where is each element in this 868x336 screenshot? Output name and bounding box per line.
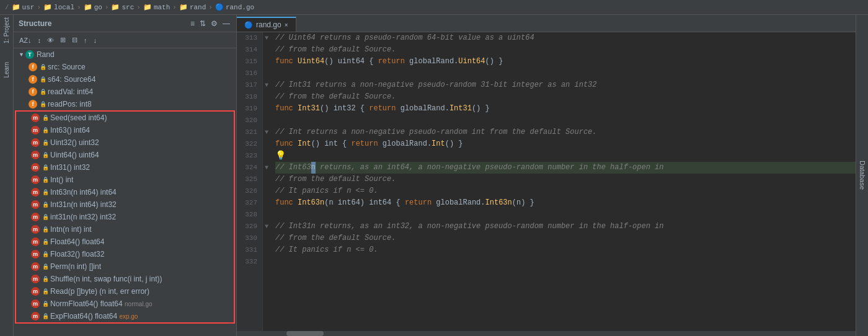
tab-bar: 🔵 rand.go × [237,15,856,32]
folder-icon-rand: 📁 [179,3,188,11]
line-num-322: 322 [237,138,262,150]
fold-313[interactable]: ▼ [263,32,270,44]
code-content[interactable]: // Uint64 returns a pseudo-random 64-bit… [270,32,856,331]
tab-file-icon: 🔵 [244,21,253,29]
fold-317[interactable]: ▼ [263,79,270,91]
breadcrumb-bar: / 📁 usr › 📁 local › 📁 go › 📁 src › 📁 mat… [0,0,868,15]
fold-gutter: ▼ ▼ ▼ ▼ ▼ [263,32,270,331]
tree-item-readpos[interactable]: f 🔒 readPos: int8 [14,98,236,110]
tree-item-intn[interactable]: m 🔒 Intn(n int) int [16,223,234,236]
breadcrumb-item-go[interactable]: 📁 go [84,3,102,11]
badge-m-int31: m [31,163,40,172]
fold-322 [263,138,270,150]
line-num-314: 314 [237,44,262,56]
line-num-325: 325 [237,174,262,185]
breadcrumb-item-rand-go[interactable]: 🔵 rand.go [215,3,254,11]
sidebar-tree: ▼ T Rand f 🔒 src: Source f 🔒 s64: Source… [14,48,236,336]
tree-item-uint32[interactable]: m 🔒 Uint32() uint32 [16,136,234,149]
fold-319 [263,103,270,115]
badge-m-int31n2: m [31,213,40,221]
toolbar-collapse-button[interactable]: ⊟ [70,35,79,45]
tree-label-normfloat64: NormFloat64() float64 normal.go [50,299,153,308]
tree-item-float64[interactable]: m 🔒 Float64() float64 [16,236,234,248]
fold-328 [263,209,270,221]
tree-item-int31n2[interactable]: m 🔒 int31n(n int32) int32 [16,211,234,223]
tab-rand-go[interactable]: 🔵 rand.go × [237,17,296,32]
sidebar-sort-button[interactable]: ≡ [189,18,196,29]
sidebar-tab-learn[interactable]: Learn [3,62,10,78]
sidebar-close-button[interactable]: — [221,18,231,29]
editor-area: 🔵 rand.go × 313 314 315 316 317 318 319 … [237,15,856,336]
lock-icon-int63n: 🔒 [42,189,49,195]
h-scrollbar[interactable] [237,331,856,336]
tree-item-read[interactable]: m 🔒 Read(p []byte) (n int, err error) [16,285,234,298]
tree-item-normfloat64[interactable]: m 🔒 NormFloat64() float64 normal.go [16,298,234,310]
hint-lightbulb[interactable]: 💡 [275,150,286,162]
line-num-316: 316 [237,68,262,79]
code-line-322: func Int() int { return globalRand.Int()… [275,138,856,150]
breadcrumb-item-usr[interactable]: 📁 usr [12,3,35,11]
lock-icon-uint32: 🔒 [42,139,49,146]
breadcrumb-item-local[interactable]: 📁 local [43,3,74,11]
database-tab-label[interactable]: Database [859,161,866,190]
code-line-330: // from the default Source. [275,232,856,244]
tree-item-int31[interactable]: m 🔒 Int31() int32 [16,161,234,174]
toolbar-up-button[interactable]: ↑ [82,36,89,45]
badge-m-shuffle: m [31,275,40,283]
toolbar-visibility-button[interactable]: 👁 [45,36,56,45]
main-layout: 1: Project Learn Structure ≡ ⇅ ⚙ — AZ↓ ↕… [0,15,868,336]
fold-321[interactable]: ▼ [263,126,270,138]
line-num-328: 328 [237,209,262,221]
code-line-320 [275,115,856,126]
badge-m-float32: m [31,250,40,259]
tab-close-button[interactable]: × [285,22,288,29]
lock-icon-int31: 🔒 [42,164,49,170]
fold-324[interactable]: ▼ [263,162,270,174]
fold-315 [263,56,270,68]
tree-item-uint64[interactable]: m 🔒 Uint64() uint64 [16,149,234,161]
badge-t-root: T [25,50,34,59]
tree-item-shuffle[interactable]: m 🔒 Shuffle(n int, swap func(i int, j in… [16,273,234,285]
sidebar-title: Structure [19,19,51,28]
breadcrumb-item-rand-folder[interactable]: 📁 rand [179,3,206,11]
tree-item-src[interactable]: f 🔒 src: Source [14,61,236,73]
code-area[interactable]: 313 314 315 316 317 318 319 320 321 322 … [237,32,856,331]
line-num-330: 330 [237,232,262,244]
tree-item-readval[interactable]: f 🔒 readVal: int64 [14,86,236,98]
lock-icon-seed: 🔒 [42,115,49,121]
lock-icon-uint64: 🔒 [42,152,49,158]
tree-item-perm[interactable]: m 🔒 Perm(n int) []int [16,260,234,273]
folder-icon-usr: 📁 [12,3,20,11]
breadcrumb-item-math[interactable]: 📁 math [143,3,170,11]
fold-327 [263,197,270,209]
tree-item-int[interactable]: m 🔒 Int() int [16,174,234,186]
tree-item-seed[interactable]: m 🔒 Seed(seed int64) [16,112,234,124]
tree-item-int31n[interactable]: m 🔒 Int31n(n int64) int32 [16,198,234,211]
sidebar-settings-button[interactable]: ⚙ [210,18,219,29]
code-line-324: // Int63n returns, as an int64, a non-ne… [275,162,856,174]
tree-item-float32[interactable]: m 🔒 Float32() float32 [16,248,234,260]
sidebar-sort2-button[interactable]: ⇅ [198,18,207,29]
tree-label-float32: Float32() float32 [50,250,104,259]
tree-label-shuffle: Shuffle(n int, swap func(i int, j int)) [50,275,162,283]
tree-item-s64[interactable]: f 🔒 s64: Source64 [14,73,236,86]
badge-m-normfloat64: m [31,299,40,308]
tree-item-int63n[interactable]: m 🔒 Int63n(n int64) int64 [16,186,234,198]
line-num-327: 327 [237,197,262,209]
line-num-324: 324 [237,162,262,174]
toolbar-down-button[interactable]: ↓ [92,36,99,45]
tree-item-root[interactable]: ▼ T Rand [14,48,236,61]
tree-item-int63[interactable]: m 🔒 Int63() int64 [16,124,234,136]
code-line-323: 💡 [275,150,856,162]
fold-329[interactable]: ▼ [263,221,270,232]
tree-item-expfloat64[interactable]: m 🔒 ExpFloat64() float64 exp.go [16,310,234,322]
badge-f-s64: f [29,75,37,84]
code-line-325: // from the default Source. [275,174,856,185]
h-scrollbar-thumb[interactable] [286,331,324,336]
toolbar-sort-alpha-button[interactable]: AZ↓ [17,36,33,45]
toolbar-sort-type-button[interactable]: ↕ [36,36,43,45]
tree-label-perm: Perm(n int) []int [50,262,101,271]
sidebar-tab-project[interactable]: 1: Project [3,17,10,43]
toolbar-expand-button[interactable]: ⊞ [58,35,68,45]
breadcrumb-item-src[interactable]: 📁 src [111,3,134,11]
